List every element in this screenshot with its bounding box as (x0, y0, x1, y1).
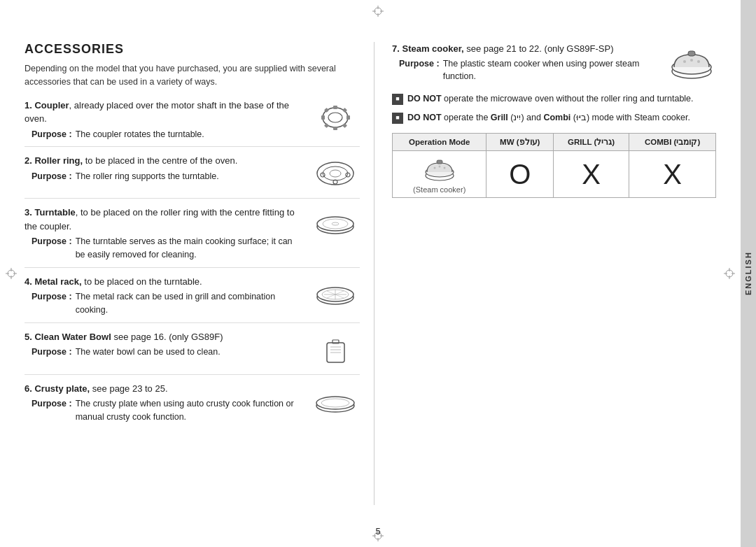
table-cell-grill: X (554, 150, 629, 197)
item-1-text: 1. Coupler, already placed over the moto… (24, 99, 304, 141)
item-5-text: 5. Clean Water Bowl see page 16. (only G… (24, 330, 304, 359)
table-header-grill: GRILL (גריל‎) (554, 133, 629, 150)
table-row: (Steam cooker) O X X (393, 150, 716, 197)
svg-rect-22 (333, 106, 337, 109)
svg-point-32 (330, 170, 341, 177)
page-container: ENGLISH ACCESSORIES Depending on the mod… (0, 0, 756, 547)
item-3-text: 3. Turntable, to be placed on the roller… (24, 206, 304, 262)
item-2-text: 2. Roller ring, to be placed in the cent… (24, 154, 304, 183)
page-number: 5 (375, 526, 380, 537)
crosshair-top-icon (372, 6, 384, 17)
item-5-purpose: Purpose : The water bowl can be used to … (24, 346, 304, 359)
warning-1: ■ DO NOT operate the microwave oven with… (392, 92, 716, 106)
svg-point-64 (433, 166, 435, 169)
svg-rect-27 (342, 107, 346, 112)
item-2-title: 2. Roller ring, to be placed in the cent… (24, 154, 304, 168)
svg-point-60 (697, 60, 700, 63)
table-cell-mw: O (486, 150, 554, 197)
table-header-combi: COMBI (קומבי‎) (629, 133, 716, 150)
svg-rect-63 (437, 160, 442, 164)
item-3-image (311, 206, 360, 244)
item-1-title: 1. Coupler, already placed over the moto… (24, 99, 304, 126)
item-3-purpose: Purpose : The turntable serves as the ma… (24, 235, 304, 262)
svg-rect-23 (333, 127, 337, 130)
right-accessory-item-7: 7. Steam cooker, see page 21 to 22. (onl… (392, 42, 716, 84)
language-label: ENGLISH (741, 0, 756, 547)
warning-1-text: DO NOT operate the microwave oven withou… (407, 92, 694, 106)
item-4-text: 4. Metal rack, to be placed on the turnt… (24, 275, 304, 317)
item-6-title: 6. Crusty plate, see page 23 to 25. (24, 382, 304, 396)
crosshair-left-icon (6, 268, 17, 279)
item-6-image (311, 382, 360, 420)
svg-point-65 (438, 165, 440, 167)
svg-point-31 (323, 166, 348, 180)
svg-rect-57 (688, 51, 695, 56)
accessory-item-3: 3. Turntable, to be placed on the roller… (24, 206, 360, 268)
item-5-image (311, 330, 360, 369)
item-7-purpose: Purpose : The plastic steam cooker when … (392, 57, 660, 84)
item-7-title: 7. Steam cooker, see page 21 to 22. (onl… (392, 42, 660, 56)
item-6-text: 6. Crusty plate, see page 23 to 25. Purp… (24, 382, 304, 424)
warning-1-icon: ■ (392, 94, 403, 105)
accessory-item-6: 6. Crusty plate, see page 23 to 25. Purp… (24, 382, 360, 424)
svg-point-66 (443, 166, 445, 169)
coupler-icon (313, 99, 358, 137)
steam-cooker-icon (667, 42, 716, 84)
accessory-item-5: 5. Clean Water Bowl see page 16. (only G… (24, 330, 360, 375)
accessory-item-1: 1. Coupler, already placed over the moto… (24, 99, 360, 148)
svg-rect-24 (321, 115, 325, 120)
table-header-mw: MW (‎עולפ‎) (486, 133, 554, 150)
table-cell-combi: X (629, 150, 716, 197)
svg-point-58 (683, 60, 686, 63)
water-bowl-icon (313, 330, 358, 369)
warning-2: ■ DO NOT operate the Grill (יִינ) and Co… (392, 111, 716, 125)
right-column: 7. Steam cooker, see page 21 to 22. (onl… (374, 42, 716, 505)
table-cell-mode: (Steam cooker) (393, 150, 486, 197)
svg-rect-29 (342, 122, 346, 127)
metal-rack-icon (313, 275, 358, 313)
operation-mode-table: Operation Mode MW (‎עולפ‎) GRILL (גריל‎)… (392, 133, 716, 198)
item-5-title: 5. Clean Water Bowl see page 16. (only G… (24, 330, 304, 344)
item-7-image (667, 42, 716, 84)
item-4-image (311, 275, 360, 313)
warning-2-icon: ■ (392, 113, 403, 124)
crosshair-right-icon (724, 268, 735, 279)
item-4-title: 4. Metal rack, to be placed on the turnt… (24, 275, 304, 289)
table-header-mode: Operation Mode (393, 133, 486, 150)
turntable-icon (313, 206, 358, 244)
intro-text: Depending on the model that you have pur… (24, 62, 360, 89)
item-3-title: 3. Turntable, to be placed on the roller… (24, 206, 304, 233)
warning-2-text: DO NOT operate the Grill (יִינ) and Comb… (407, 111, 690, 125)
roller-ring-icon (313, 154, 358, 192)
item-1-purpose: Purpose : The coupler rotates the turnta… (24, 128, 304, 141)
page-title: ACCESSORIES (24, 42, 360, 57)
svg-point-59 (690, 59, 693, 62)
svg-rect-25 (346, 115, 350, 120)
item-2-image (311, 154, 360, 192)
accessory-item-2: 2. Roller ring, to be placed in the cent… (24, 154, 360, 199)
crusty-plate-icon (313, 382, 358, 420)
item-4-purpose: Purpose : The metal rack can be used in … (24, 290, 304, 317)
svg-point-21 (328, 113, 342, 122)
main-content: ACCESSORIES Depending on the model that … (0, 21, 741, 526)
item-2-purpose: Purpose : The roller ring supports the t… (24, 170, 304, 183)
item-1-image (311, 99, 360, 137)
table-steam-cooker-icon (422, 155, 457, 181)
accessory-item-4: 4. Metal rack, to be placed on the turnt… (24, 275, 360, 323)
item-6-purpose: Purpose : The crusty plate when using au… (24, 397, 304, 424)
left-column: ACCESSORIES Depending on the model that … (24, 42, 374, 505)
svg-rect-28 (323, 122, 328, 127)
item-7-text: 7. Steam cooker, see page 21 to 22. (onl… (392, 42, 660, 83)
